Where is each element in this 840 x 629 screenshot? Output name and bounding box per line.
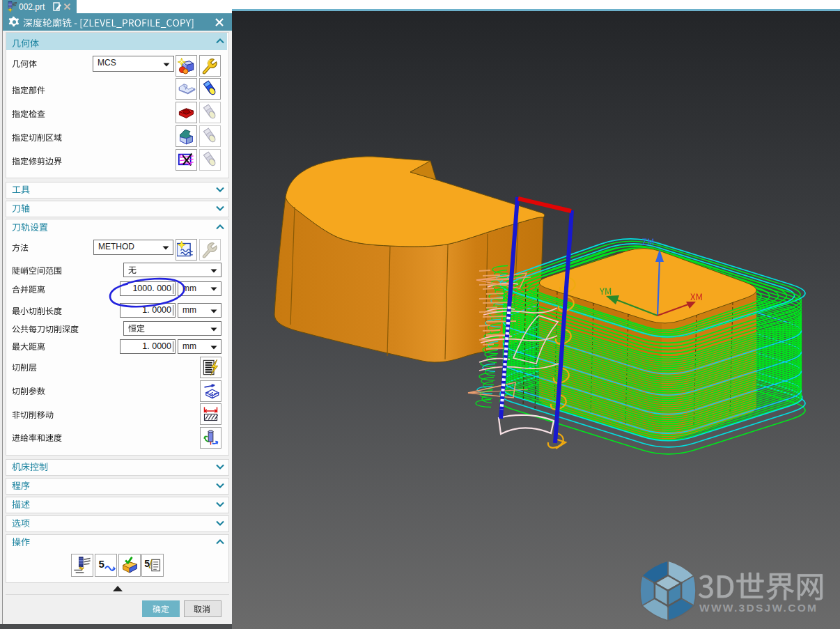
svg-text:5: 5 <box>99 558 104 570</box>
